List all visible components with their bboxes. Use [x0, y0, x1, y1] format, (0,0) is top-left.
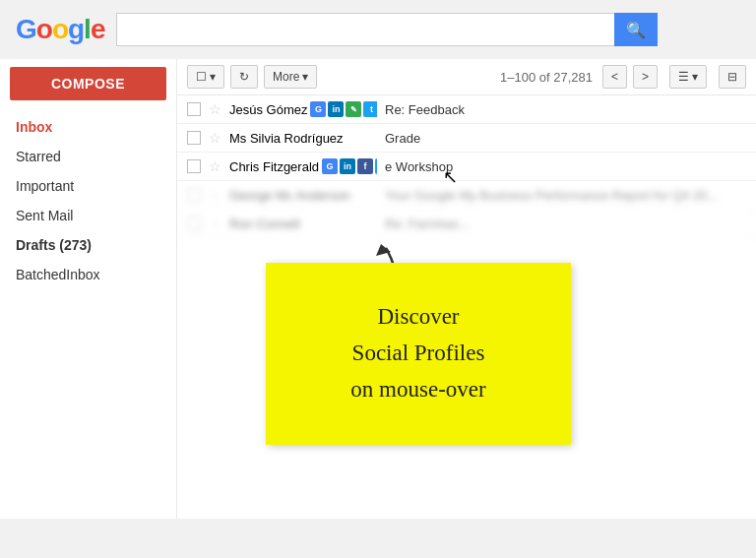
social-icons: G in ✎ t f — [310, 101, 377, 117]
email-subject: Grade — [385, 131, 746, 146]
top-bar: Google 🔍 — [0, 0, 756, 59]
more-button[interactable]: More ▾ — [264, 65, 317, 89]
search-input[interactable] — [116, 13, 614, 46]
refresh-button[interactable]: ↻ — [230, 65, 258, 89]
email-sender: Jesús Gómez G in ✎ t f — [229, 101, 377, 117]
logo-e: e — [91, 14, 105, 45]
compose-button[interactable]: COMPOSE — [10, 67, 166, 100]
sidebar: COMPOSE Inbox Starred Important Sent Mai… — [0, 59, 177, 519]
google-social-icon: G — [310, 101, 326, 117]
table-row: ☆ George Mc Anderson Your Google My Busi… — [177, 181, 756, 210]
facebook-social-icon: f — [357, 158, 373, 174]
email-checkbox[interactable] — [187, 159, 201, 173]
star-icon: ☆ — [209, 187, 221, 203]
table-row[interactable]: ☆ Ms Silvia Rodríguez Grade — [177, 124, 756, 153]
logo-l: l — [84, 14, 91, 45]
star-icon[interactable]: ☆ — [209, 130, 221, 146]
sidebar-item-starred[interactable]: Starred — [0, 142, 176, 171]
table-row[interactable]: ☆ Jesús Gómez G in ✎ t f Re: Feedback — [177, 95, 756, 124]
email-checkbox[interactable] — [187, 131, 201, 145]
mouse-cursor: ↖ — [443, 166, 458, 188]
toolbar: ☐ ▾ ↻ More ▾ 1–100 of 27,281 < > ☰ ▾ ⊟ — [177, 59, 756, 95]
view-icon: ☰ — [678, 70, 689, 84]
pagination-prev-button[interactable]: < — [602, 65, 627, 89]
grid-icon: ⊟ — [727, 70, 737, 84]
checkbox-icon: ☐ — [196, 70, 207, 84]
google-social-icon: G — [322, 158, 338, 174]
email-sender: Ron Connell — [229, 217, 377, 231]
star-icon: ☆ — [209, 216, 221, 231]
email-list: ☆ Jesús Gómez G in ✎ t f Re: Feedback ☆ — [177, 95, 756, 238]
select-arrow-icon: ▾ — [210, 70, 216, 84]
email-subject: Re: Feedback — [385, 102, 746, 117]
star-icon[interactable]: ☆ — [209, 158, 221, 174]
more-label: More — [273, 70, 299, 84]
view-button[interactable]: ☰ ▾ — [669, 65, 707, 89]
email-sender: Chris Fitzgerald G in f t V K P — [229, 158, 377, 174]
refresh-icon: ↻ — [239, 70, 249, 84]
email-checkbox[interactable] — [187, 102, 201, 116]
email-subject: Re: Farmhax... — [385, 217, 746, 231]
edit-social-icon: ✎ — [346, 101, 361, 117]
email-sender: Ms Silvia Rodríguez — [229, 131, 377, 146]
linkedin-social-icon: in — [328, 101, 344, 117]
sidebar-item-inbox[interactable]: Inbox — [0, 112, 176, 142]
logo-o2: o — [52, 14, 68, 45]
google-logo: Google — [16, 14, 104, 45]
email-checkbox — [187, 188, 201, 202]
pagination-next-button[interactable]: > — [633, 65, 658, 89]
annotation-area: DiscoverSocial Profileson mouse-over — [177, 238, 756, 455]
email-subject: e Workshop — [385, 159, 746, 174]
view-arrow-icon: ▾ — [692, 70, 698, 84]
more-arrow-icon: ▾ — [302, 70, 308, 84]
email-subject: Your Google My Business Performance Repo… — [385, 188, 746, 203]
logo-o1: o — [36, 14, 52, 45]
select-button[interactable]: ☐ ▾ — [187, 65, 224, 89]
settings-view-button[interactable]: ⊟ — [719, 65, 746, 89]
sidebar-item-drafts[interactable]: Drafts (273) — [0, 230, 176, 260]
sidebar-item-important[interactable]: Important — [0, 171, 176, 201]
email-checkbox — [187, 217, 201, 230]
table-row[interactable]: ☆ Chris Fitzgerald G in f t V K P e Work… — [177, 153, 756, 181]
yellow-note-text: DiscoverSocial Profileson mouse-over — [350, 299, 485, 407]
linkedin-social-icon: in — [340, 158, 355, 174]
search-button[interactable]: 🔍 — [614, 13, 658, 46]
sidebar-item-batched[interactable]: BatchedInbox — [0, 260, 176, 289]
twitter-social-icon: t — [363, 101, 377, 117]
email-area: ☐ ▾ ↻ More ▾ 1–100 of 27,281 < > ☰ ▾ ⊟ — [177, 59, 756, 519]
logo-g: G — [16, 14, 36, 45]
search-icon: 🔍 — [626, 21, 646, 39]
star-icon[interactable]: ☆ — [209, 101, 221, 117]
search-bar: 🔍 — [116, 13, 658, 46]
email-sender: George Mc Anderson — [229, 188, 377, 203]
sidebar-item-sent[interactable]: Sent Mail — [0, 201, 176, 230]
table-row: ☆ Ron Connell Re: Farmhax... — [177, 210, 756, 238]
main-layout: COMPOSE Inbox Starred Important Sent Mai… — [0, 59, 756, 519]
twitter-social-icon: t — [375, 158, 377, 174]
yellow-note: DiscoverSocial Profileson mouse-over — [266, 263, 571, 445]
logo-g2: g — [68, 14, 84, 45]
pagination-info: 1–100 of 27,281 — [500, 70, 593, 85]
social-icons: G in f t V K P — [322, 158, 377, 174]
